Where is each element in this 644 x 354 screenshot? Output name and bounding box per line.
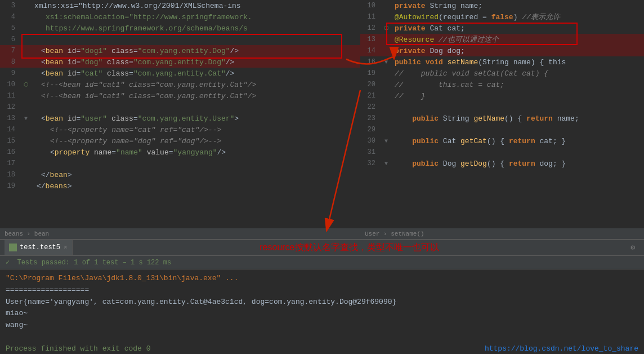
line-num: 31 — [360, 148, 380, 156]
separator-text: =================== — [6, 286, 89, 294]
table-row: 8 <bean id="dog" class="com.yang.entity.… — [0, 56, 360, 68]
line-num: 5 — [0, 24, 20, 32]
right-pane: 10 private String name; 11 @Autowired(re… — [360, 0, 644, 240]
line-content: <bean id="user" class="com.yang.entity.U… — [32, 114, 360, 123]
right-editor[interactable]: 10 private String name; 11 @Autowired(re… — [360, 0, 644, 228]
table-row: 13 @Resource //也可以通过这个 — [360, 34, 644, 45]
check-icon: ✓ — [6, 259, 10, 267]
line-num: 13 — [0, 114, 20, 122]
line-num: 29 — [360, 126, 380, 134]
breadcrumb-user: User › setName() — [365, 231, 424, 237]
table-row: 22 — [360, 101, 644, 113]
annotation-text: resource按默认名字查找，类型不唯一也可以 — [73, 242, 627, 254]
table-row: 4 xsi:schemaLocation="http://www.springf… — [0, 11, 360, 23]
table-row: 29 — [360, 124, 644, 135]
tab-label: test.test5 — [20, 244, 60, 251]
output-cmd-line: "C:\Program Files\Java\jdk1.8.0_131\bin\… — [6, 273, 638, 285]
line-content: @Resource //也可以通过这个 — [392, 34, 644, 45]
line-content: public void setName(String name) { this — [392, 58, 644, 67]
left-editor[interactable]: 3 xmlns:xsi="http://www.w3.org/2001/XMLS… — [0, 0, 360, 228]
annotation-label: resource按默认名字查找，类型不唯一也可以 — [260, 242, 439, 252]
line-num: 22 — [360, 103, 380, 111]
output-separator: =================== — [6, 285, 638, 297]
gutter: ▼ — [20, 116, 32, 122]
line-num: 6 — [0, 36, 20, 43]
tab-test[interactable]: test.test5 × — [5, 240, 73, 255]
line-num: 10 — [360, 2, 380, 10]
line-content: public Dog getDog() { return dog; } — [392, 160, 644, 168]
line-content: </beans> — [32, 182, 360, 191]
output-blank — [6, 331, 638, 343]
line-content: @Autowired(required = false) //表示允许 — [392, 12, 644, 22]
table-row: 31 — [360, 147, 644, 158]
table-row: 11 @Autowired(required = false) //表示允许 — [360, 11, 644, 23]
output-header: ✓ Tests passed: 1 of 1 test – 1 s 122 ms — [0, 256, 644, 269]
line-num: 19 — [0, 182, 20, 190]
left-pane: 3 xmlns:xsi="http://www.w3.org/2001/XMLS… — [0, 0, 360, 240]
gear-icon: ⚙ — [630, 244, 635, 252]
line-content: xmlns:xsi="http://www.w3.org/2001/XMLSch… — [32, 2, 360, 10]
line-num: 4 — [0, 13, 20, 21]
line-content: <!--<property name="cat" ref="cat"/>--> — [32, 126, 360, 134]
gutter: ⬡ — [20, 81, 32, 88]
fold-icon[interactable]: ▼ — [384, 161, 388, 167]
line-num: 11 — [0, 92, 20, 100]
left-breadcrumb: beans › bean — [0, 228, 360, 240]
test-result-text: Tests passed: 1 of 1 test – 1 s 122 ms — [17, 259, 171, 267]
line-num: 12 — [0, 103, 20, 111]
line-content: public Cat getCat() { return cat; } — [392, 137, 644, 145]
miao-text: miao~ — [6, 309, 28, 317]
line-content: <!--<bean id="cat1" class="com.yang.enti… — [32, 92, 360, 100]
line-content: // } — [392, 92, 644, 100]
line-content: <bean id="dog1" class="com.yang.entity.D… — [32, 47, 360, 55]
table-row: 10 private String name; — [360, 0, 644, 11]
tab-bar: test.test5 × resource按默认名字查找，类型不唯一也可以 ⚙ — [0, 240, 644, 255]
table-row: 12 ⬡ private Cat cat; — [360, 23, 644, 34]
code-marker-icon: ⬡ — [24, 81, 29, 88]
fold-icon[interactable]: ▼ — [384, 59, 388, 65]
settings-button[interactable]: ⚙ — [626, 243, 639, 252]
output-content: "C:\Program Files\Java\jdk1.8.0_131\bin\… — [0, 269, 644, 354]
right-breadcrumb: User › setName() — [360, 228, 644, 240]
output-line1: miao~ — [6, 308, 638, 320]
table-row: 14 <!--<property name="cat" ref="cat"/>-… — [0, 124, 360, 135]
table-row: 9 <bean id="cat" class="com.yang.entity.… — [0, 68, 360, 79]
table-row: 12 — [0, 101, 360, 113]
output-line2: wang~ — [6, 320, 638, 331]
tab-close-button[interactable]: × — [64, 244, 68, 251]
line-num: 19 — [360, 69, 380, 77]
output-result-line: User{name='yangyang', cat=com.yang.entit… — [6, 297, 638, 308]
table-row: 5 https://www.springframework.org/schema… — [0, 23, 360, 34]
line-num: 18 — [0, 171, 20, 179]
line-content: <bean id="cat" class="com.yang.entity.Ca… — [32, 69, 360, 78]
output-finish-row: Process finished with exit code 0 https:… — [6, 343, 638, 354]
table-row: 18 </bean> — [0, 169, 360, 180]
table-row: 6 — [0, 34, 360, 45]
table-row: 15 <!--<property name="dog" ref="dog"/>-… — [0, 135, 360, 147]
line-num: 21 — [360, 92, 380, 100]
line-num: 15 — [0, 137, 20, 145]
table-row: 19 </beans> — [0, 180, 360, 192]
line-num: 10 — [0, 81, 20, 88]
line-num: 16 — [360, 58, 380, 66]
code-marker-icon: ⬡ — [384, 25, 389, 32]
table-row: 32 ▼ public Dog getDog() { return dog; } — [360, 158, 644, 169]
table-row: 11 <!--<bean id="cat1" class="com.yang.e… — [0, 90, 360, 101]
gutter: ⬡ — [380, 25, 392, 32]
line-num: 23 — [360, 114, 380, 122]
fold-icon[interactable]: ▼ — [24, 116, 28, 122]
line-content: <bean id="dog" class="com.yang.entity.Do… — [32, 58, 360, 67]
wang-text: wang~ — [6, 321, 28, 329]
fold-icon[interactable]: ▼ — [384, 138, 388, 144]
result-text: User{name='yangyang', cat=com.yang.entit… — [6, 298, 396, 306]
line-content: <!--<property name="dog" ref="dog"/>--> — [32, 137, 360, 145]
cmd-text: "C:\Program Files\Java\jdk1.8.0_131\bin\… — [6, 274, 238, 282]
table-row: 20 // this.cat = cat; — [360, 79, 644, 90]
line-num: 32 — [360, 160, 380, 167]
blog-url[interactable]: https://blog.csdn.net/love_to_share — [485, 343, 638, 354]
table-row: 21 // } — [360, 90, 644, 101]
line-content: <property name="name" value="yangyang"/> — [32, 148, 360, 157]
line-num: 20 — [360, 81, 380, 88]
gutter: ▼ — [380, 59, 392, 65]
line-num: 3 — [0, 2, 20, 10]
